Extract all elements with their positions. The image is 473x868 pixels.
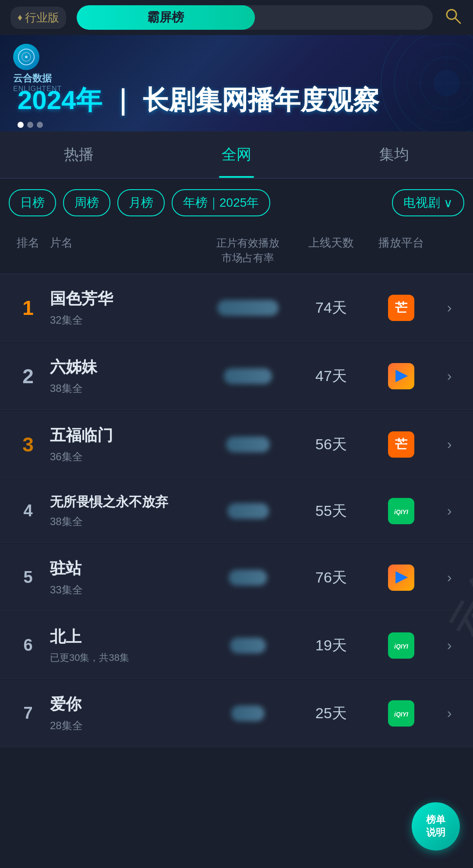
logo-icon — [13, 44, 39, 70]
show-info: 无所畏惧之永不放弃 38集全 — [46, 493, 200, 529]
table-row[interactable]: 4 无所畏惧之永不放弃 38集全 55天 iQIYI › — [0, 479, 473, 543]
table-row[interactable]: 7 爱你 28集全 25天 iQIYI › — [0, 680, 473, 747]
tencent-icon: ▶ — [388, 565, 414, 591]
platform-icon-cell: iQIYI — [366, 498, 436, 524]
filter-month[interactable]: 月榜 — [117, 189, 165, 216]
show-info: 爱你 28集全 — [46, 694, 200, 733]
detail-arrow[interactable]: › — [436, 368, 462, 384]
market-value — [224, 368, 272, 384]
show-info: 五福临门 36集全 — [46, 425, 200, 464]
chevron-down-icon: ∨ — [444, 196, 453, 210]
floating-list-explanation-button[interactable]: 榜单 说明 — [412, 802, 460, 850]
filter-week[interactable]: 周榜 — [63, 189, 110, 216]
header-platform: 播放平台 — [366, 236, 436, 265]
platform-icon-cell: iQIYI — [366, 700, 436, 727]
dot-1[interactable] — [18, 122, 24, 128]
iqiyi-icon: iQIYI — [388, 498, 414, 524]
dot-2[interactable] — [27, 122, 33, 128]
filter-day[interactable]: 日榜 — [9, 189, 56, 216]
detail-arrow[interactable]: › — [436, 569, 462, 586]
show-title: 国色芳华 — [50, 288, 200, 310]
svg-text:iQIYI: iQIYI — [394, 508, 409, 515]
tab-baping[interactable]: 霸屏榜 — [77, 5, 254, 30]
table-row[interactable]: 5 驻站 33集全 76天 ▶ › — [0, 544, 473, 611]
tab-avg[interactable]: 集均 — [315, 131, 473, 178]
show-title: 六姊妹 — [50, 356, 200, 378]
svg-text:iQIYI: iQIYI — [394, 643, 409, 650]
diamond-icon: ♦ — [18, 12, 22, 23]
show-episodes: 38集全 — [50, 381, 200, 395]
detail-arrow[interactable]: › — [436, 503, 462, 519]
table-row[interactable]: 2 六姊妹 38集全 47天 ▶ › — [0, 342, 473, 410]
market-value — [226, 437, 270, 452]
banner-dots — [18, 122, 43, 128]
platform-icon-cell: ▶ — [366, 363, 436, 389]
rank-number: 1 — [11, 296, 46, 320]
svg-text:芒: 芒 — [395, 438, 408, 451]
rank-number: 4 — [11, 501, 46, 520]
svg-text:▶: ▶ — [395, 367, 408, 383]
main-tabs: 热播 全网 集均 — [0, 131, 473, 179]
industry-badge[interactable]: ♦ 行业版 — [11, 7, 66, 29]
days-count: 56天 — [296, 434, 366, 455]
tab-second[interactable] — [255, 5, 433, 30]
header-days: 上线天数 — [296, 236, 366, 265]
table-row[interactable]: 3 五福临门 36集全 56天 芒 › — [0, 411, 473, 478]
market-value — [230, 638, 266, 653]
market-bar — [200, 570, 296, 586]
filter-row: 日榜 周榜 月榜 年榜｜2025年 电视剧 ∨ — [0, 179, 473, 227]
market-value — [217, 300, 279, 316]
market-bar — [200, 503, 296, 519]
show-episodes: 33集全 — [50, 583, 200, 597]
market-bar — [200, 368, 296, 384]
show-info: 国色芳华 32集全 — [46, 288, 200, 327]
show-episodes: 32集全 — [50, 313, 200, 327]
tab-hot[interactable]: 热播 — [0, 131, 158, 178]
header-market: 正片有效播放市场占有率 — [200, 236, 296, 265]
svg-point-11 — [25, 56, 28, 58]
detail-arrow[interactable]: › — [436, 300, 462, 316]
svg-text:芒: 芒 — [395, 301, 408, 314]
detail-arrow[interactable]: › — [436, 705, 462, 721]
table-body: 1 国色芳华 32集全 74天 芒 › 2 六姊妹 38集全 47天 ▶ — [0, 274, 473, 747]
platform-icon-cell: iQIYI — [366, 632, 436, 659]
industry-label: 行业版 — [25, 10, 59, 25]
search-button[interactable] — [443, 6, 462, 29]
rank-number: 2 — [11, 364, 46, 388]
platform-icon-cell: 芒 — [366, 295, 436, 321]
svg-line-1 — [455, 18, 460, 23]
tab-container: 霸屏榜 — [77, 5, 433, 30]
show-episodes: 36集全 — [50, 450, 200, 464]
filter-year[interactable]: 年榜｜2025年 — [172, 189, 270, 216]
banner-separator: ｜ — [109, 85, 135, 115]
days-count: 74天 — [296, 298, 366, 318]
platform-icon-cell: ▶ — [366, 565, 436, 591]
show-episodes: 38集全 — [50, 515, 200, 529]
rank-number: 7 — [11, 704, 46, 723]
header-rank: 排名 — [11, 236, 46, 265]
detail-arrow[interactable]: › — [436, 436, 462, 452]
show-title: 驻站 — [50, 558, 200, 579]
detail-arrow[interactable]: › — [436, 637, 462, 653]
show-episodes: 28集全 — [50, 719, 200, 733]
dot-3[interactable] — [37, 122, 43, 128]
market-bar — [200, 437, 296, 452]
table-row[interactable]: 1 国色芳华 32集全 74天 芒 › — [0, 274, 473, 342]
days-count: 76天 — [296, 568, 366, 588]
table-row[interactable]: 6 北上 已更30集，共38集 19天 iQIYI › — [0, 612, 473, 679]
days-count: 25天 — [296, 703, 366, 723]
tab-all[interactable]: 全网 — [158, 131, 315, 178]
rank-number: 6 — [11, 636, 46, 655]
market-bar — [200, 706, 296, 721]
svg-text:▶: ▶ — [395, 568, 408, 585]
days-count: 55天 — [296, 501, 366, 521]
svg-text:iQIYI: iQIYI — [394, 711, 409, 718]
show-title: 五福临门 — [50, 425, 200, 446]
show-title: 北上 — [50, 626, 200, 648]
iqiyi-icon: iQIYI — [388, 700, 414, 727]
banner-title-main: 长剧集网播年度观察 — [143, 85, 379, 115]
type-filter[interactable]: 电视剧 ∨ — [392, 189, 464, 216]
market-value — [231, 706, 265, 721]
banner: 云合数据 ENLIGHTENT 2024年 ｜ 长剧集网播年度观察 — [0, 35, 473, 131]
show-info: 六姊妹 38集全 — [46, 356, 200, 395]
